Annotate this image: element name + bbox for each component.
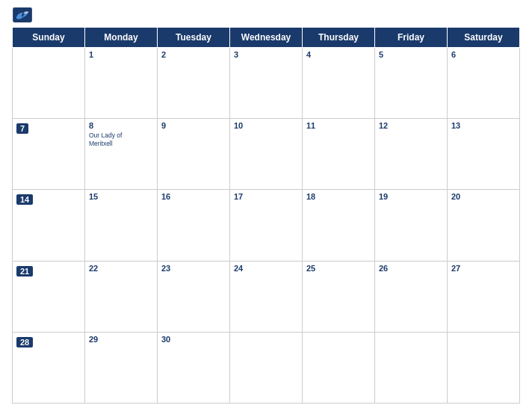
- calendar-week-row: 21222324252627: [13, 261, 520, 332]
- calendar-cell: 19: [375, 190, 448, 261]
- calendar-week-row: 14151617181920: [13, 190, 520, 261]
- day-number: 29: [89, 335, 153, 344]
- weekday-header-friday: Friday: [375, 28, 448, 48]
- weekday-header-thursday: Thursday: [303, 28, 375, 48]
- calendar-cell: 30: [158, 332, 230, 403]
- calendar-cell: 5: [375, 48, 448, 119]
- calendar-cell: 3: [230, 48, 303, 119]
- day-number: 8: [89, 121, 153, 130]
- day-number: 14: [16, 194, 33, 205]
- weekday-header-saturday: Saturday: [448, 28, 520, 48]
- day-number: 4: [306, 50, 371, 59]
- event-label: Our Lady of Meritxell: [89, 132, 153, 148]
- day-number: 3: [234, 50, 298, 59]
- calendar-cell: 22: [85, 261, 158, 332]
- day-number: 18: [306, 192, 371, 201]
- logo: [12, 7, 34, 24]
- day-number: 6: [451, 50, 516, 59]
- svg-rect-0: [13, 7, 32, 22]
- calendar-cell: [13, 48, 85, 119]
- calendar-cell: 7: [13, 119, 85, 190]
- calendar-body: 12345678Our Lady of Meritxell91011121314…: [13, 48, 520, 404]
- day-number: 16: [161, 192, 226, 201]
- day-number: 23: [161, 264, 226, 273]
- day-number: 10: [234, 121, 298, 130]
- day-number: 22: [89, 264, 153, 273]
- day-number: 13: [451, 121, 516, 130]
- calendar-cell: 26: [375, 261, 448, 332]
- day-number: 26: [379, 264, 443, 273]
- weekday-header-monday: Monday: [85, 28, 158, 48]
- calendar-cell: 2: [158, 48, 230, 119]
- day-number: 20: [451, 192, 516, 201]
- calendar-cell: 23: [158, 261, 230, 332]
- weekday-header-wednesday: Wednesday: [230, 28, 303, 48]
- calendar-cell: 14: [13, 190, 85, 261]
- day-number: 19: [379, 192, 443, 201]
- calendar-cell: 15: [85, 190, 158, 261]
- weekday-header-row: SundayMondayTuesdayWednesdayThursdayFrid…: [13, 28, 520, 48]
- calendar-cell: 18: [303, 190, 375, 261]
- calendar-cell: 9: [158, 119, 230, 190]
- day-number: 28: [16, 337, 33, 347]
- day-number: 21: [16, 266, 33, 276]
- calendar-cell: 13: [448, 119, 520, 190]
- day-number: 1: [89, 50, 153, 59]
- day-number: 30: [161, 335, 226, 344]
- day-number: 7: [16, 123, 28, 134]
- calendar-cell: [448, 332, 520, 403]
- calendar-cell: 17: [230, 190, 303, 261]
- calendar-cell: 27: [448, 261, 520, 332]
- day-number: 27: [451, 264, 516, 273]
- day-number: 17: [234, 192, 298, 201]
- calendar-cell: [375, 332, 448, 403]
- calendar-table: SundayMondayTuesdayWednesdayThursdayFrid…: [12, 27, 520, 404]
- calendar-cell: 10: [230, 119, 303, 190]
- calendar-cell: 29: [85, 332, 158, 403]
- calendar-cell: 8Our Lady of Meritxell: [85, 119, 158, 190]
- calendar-cell: 16: [158, 190, 230, 261]
- day-number: 11: [306, 121, 371, 130]
- calendar-cell: 11: [303, 119, 375, 190]
- general-blue-bird-icon: [12, 7, 33, 22]
- weekday-header-tuesday: Tuesday: [158, 28, 230, 48]
- calendar-cell: 1: [85, 48, 158, 119]
- calendar-cell: 25: [303, 261, 375, 332]
- weekday-header-sunday: Sunday: [13, 28, 85, 48]
- calendar-cell: 24: [230, 261, 303, 332]
- calendar-cell: 28: [13, 332, 85, 403]
- day-number: 24: [234, 264, 298, 273]
- calendar-cell: [303, 332, 375, 403]
- calendar-week-row: 123456: [13, 48, 520, 119]
- day-number: 2: [161, 50, 226, 59]
- day-number: 15: [89, 192, 153, 201]
- calendar-cell: 4: [303, 48, 375, 119]
- day-number: 5: [379, 50, 443, 59]
- calendar-week-row: 78Our Lady of Meritxell910111213: [13, 119, 520, 190]
- calendar-cell: 20: [448, 190, 520, 261]
- day-number: 9: [161, 121, 226, 130]
- calendar-cell: 21: [13, 261, 85, 332]
- calendar-week-row: 282930: [13, 332, 520, 403]
- country-label: [460, 7, 520, 12]
- calendar-cell: [230, 332, 303, 403]
- day-number: 25: [306, 264, 371, 273]
- calendar-cell: 12: [375, 119, 448, 190]
- calendar-cell: 6: [448, 48, 520, 119]
- day-number: 12: [379, 121, 443, 130]
